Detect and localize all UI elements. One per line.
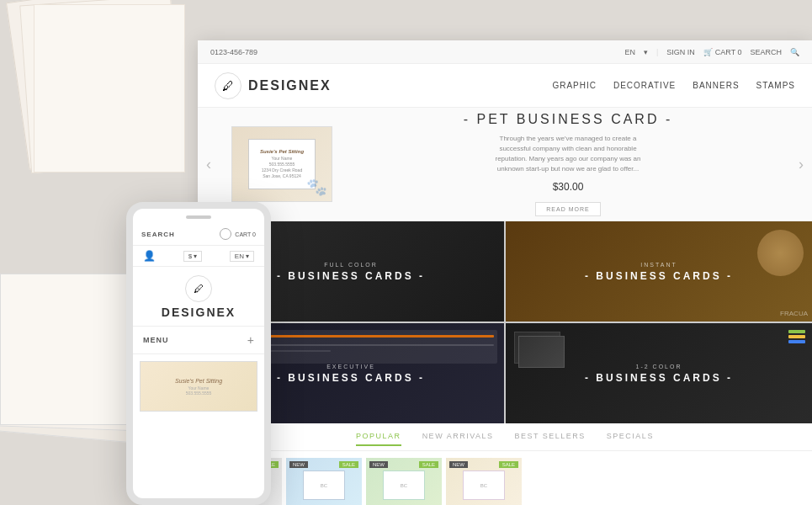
- hero-content: Susie's Pet Sitting Your Name503.555.555…: [198, 112, 812, 216]
- logo-text: DESIGNEX: [248, 78, 332, 93]
- card-subtitle-4: 1-2 COLOR: [636, 364, 682, 369]
- pet-icon: 🐾: [306, 177, 327, 197]
- tab-specials[interactable]: SPECIALS: [607, 432, 654, 446]
- nav-links: GRAPHIC DECORATIVE BANNERS STAMPS: [552, 81, 795, 90]
- main-nav: 🖊 DESIGNEX GRAPHIC DECORATIVE BANNERS ST…: [198, 64, 812, 108]
- card-subtitle-1: FULL COLOR: [324, 262, 378, 268]
- phone-account-row: 👤 $ ▾ EN ▾: [133, 246, 264, 267]
- hero-image: Susie's Pet Sitting Your Name503.555.555…: [231, 126, 332, 202]
- phone-lang[interactable]: EN ▾: [230, 251, 254, 262]
- lang-arrow: ▾: [644, 48, 648, 56]
- paper-deco: [34, 4, 185, 173]
- phone-menu-row[interactable]: MENU +: [133, 327, 264, 354]
- tab-best-sellers[interactable]: BEST SELLERS: [514, 432, 585, 446]
- product-new-badge-2: NEW: [289, 461, 308, 468]
- product-card-preview-2: BC: [303, 470, 345, 500]
- phone-card-content: Susie's Pet Sitting Your Name503.555.555…: [175, 378, 222, 396]
- card-subtitle-2: INSTANT: [640, 262, 677, 268]
- divider: |: [656, 48, 658, 56]
- utility-bar-right: EN ▾ | SIGN IN 🛒 CART 0 SEARCH 🔍: [624, 48, 799, 56]
- product-card-preview-4: BC: [463, 470, 505, 500]
- phone-currency[interactable]: $ ▾: [183, 251, 202, 262]
- phone-currency-arrow: ▾: [194, 252, 197, 260]
- product-thumb-img-3: BC NEW SALE: [366, 458, 442, 505]
- sign-in-link[interactable]: SIGN IN: [666, 48, 695, 56]
- tab-popular[interactable]: POPULAR: [356, 432, 401, 446]
- product-thumb-img-4: BC NEW SALE: [446, 458, 522, 505]
- phone-lang-value: EN: [235, 252, 244, 260]
- phone-menu-label: MENU: [143, 336, 169, 344]
- card-title-4: - BUSINESS CARDS -: [585, 372, 733, 384]
- product-card-1-2-color[interactable]: 1-2 COLOR - BUSINESS CARDS -: [506, 323, 812, 423]
- phone-top-bar: SEARCH CART 0: [133, 223, 264, 246]
- product-item-3[interactable]: BC NEW SALE: [366, 458, 442, 505]
- product-sale-badge-3: SALE: [419, 461, 438, 468]
- phone-cart-label[interactable]: CART 0: [235, 231, 256, 237]
- hero-slider: ‹ Susie's Pet Sitting Your Name503.555.5…: [198, 108, 812, 221]
- website-panel: 0123-456-789 EN ▾ | SIGN IN 🛒 CART 0 SEA…: [198, 40, 812, 505]
- phone-card-preview: Susie's Pet Sitting Your Name503.555.555…: [133, 354, 264, 418]
- hero-card-info: Your Name503.555.55551234 Dry Creek Road…: [262, 156, 302, 179]
- phone-mockup: SEARCH CART 0 👤 $ ▾ EN ▾ 🖊 DESIGNEX MENU…: [126, 202, 271, 505]
- phone-user-icon[interactable]: 👤: [143, 250, 156, 262]
- card-subtitle-3: EXECUTIVE: [326, 364, 375, 369]
- logo-area[interactable]: 🖊 DESIGNEX: [215, 72, 332, 99]
- phone-number: 0123-456-789: [210, 48, 257, 56]
- card-title-2: - BUSINESS CARDS -: [585, 270, 733, 282]
- hero-price: $30.00: [358, 181, 778, 193]
- nav-graphic[interactable]: GRAPHIC: [552, 81, 597, 90]
- product-new-badge-3: NEW: [369, 461, 388, 468]
- hero-next-button[interactable]: ›: [799, 156, 804, 173]
- phone-logo-icon-symbol: 🖊: [194, 283, 204, 295]
- product-sale-badge-4: SALE: [499, 461, 518, 468]
- cart-bag-icon: 🛒: [703, 48, 713, 56]
- search-label[interactable]: SEARCH: [750, 48, 782, 56]
- hero-description: Through the years we've managed to creat…: [484, 134, 652, 174]
- cart-label: CART 0: [715, 48, 742, 56]
- hero-card-name: Susie's Pet Sitting: [260, 149, 304, 154]
- hero-card-preview: Susie's Pet Sitting Your Name503.555.555…: [248, 139, 316, 189]
- utility-bar-left: 0123-456-789: [210, 48, 257, 56]
- phone-search-label[interactable]: SEARCH: [141, 231, 175, 238]
- tab-new-arrivals[interactable]: NEW ARRIVALS: [422, 432, 494, 446]
- phone-logo-area: 🖊 DESIGNEX: [133, 267, 264, 327]
- logo-icon: 🖊: [215, 72, 241, 99]
- product-thumb-img-2: BC NEW SALE: [286, 458, 362, 505]
- product-item-2[interactable]: BC NEW SALE: [286, 458, 362, 505]
- utility-bar: 0123-456-789 EN ▾ | SIGN IN 🛒 CART 0 SEA…: [198, 40, 812, 64]
- card-overlay-2: INSTANT - BUSINESS CARDS -: [506, 221, 812, 322]
- hero-text: - PET BUSINESS CARD - Through the years …: [358, 112, 778, 216]
- phone-lang-arrow: ▾: [246, 252, 249, 260]
- phone-card-business-name: Susie's Pet Sitting: [175, 378, 222, 384]
- product-card-instant[interactable]: FRACUA INSTANT - BUSINESS CARDS -: [506, 221, 812, 322]
- hero-title: - PET BUSINESS CARD -: [358, 112, 778, 127]
- nav-decorative[interactable]: DECORATIVE: [613, 81, 676, 90]
- phone-card-detail: Your Name503.555.5555: [175, 385, 222, 396]
- phone-logo-text: DESIGNEX: [162, 306, 236, 319]
- phone-search-cart-row: CART 0: [220, 228, 256, 240]
- phone-card-img: Susie's Pet Sitting Your Name503.555.555…: [140, 361, 257, 412]
- card-overlay-4: 1-2 COLOR - BUSINESS CARDS -: [506, 323, 812, 423]
- nav-banners[interactable]: BANNERS: [693, 81, 739, 90]
- search-icon[interactable]: 🔍: [790, 48, 799, 56]
- phone-speaker: [186, 215, 211, 219]
- logo-symbol: 🖊: [222, 79, 234, 93]
- products-row: BC NEW SALE BC NEW SALE BC NEW: [198, 451, 812, 505]
- product-new-badge-4: NEW: [449, 461, 468, 468]
- product-sale-badge-2: SALE: [339, 461, 358, 468]
- cart-icon-group[interactable]: 🛒 CART 0: [703, 48, 742, 56]
- card-title-3: - BUSINESS CARDS -: [277, 372, 425, 384]
- nav-stamps[interactable]: STAMPS: [756, 81, 795, 90]
- phone-logo-icon[interactable]: 🖊: [185, 275, 212, 302]
- product-item-4[interactable]: BC NEW SALE: [446, 458, 522, 505]
- phone-menu-plus-icon[interactable]: +: [247, 333, 254, 347]
- phone-search-icon[interactable]: [220, 228, 231, 240]
- product-category-grid: UM FULL COLOR - BUSINESS CARDS - FRACUA …: [198, 221, 812, 423]
- product-card-preview-3: BC: [383, 470, 425, 500]
- phone-currency-value: $: [188, 252, 192, 260]
- hero-read-more-button[interactable]: READ MORE: [535, 202, 600, 216]
- lang-select[interactable]: EN: [624, 48, 635, 56]
- card-title-1: - BUSINESS CARDS -: [277, 270, 425, 282]
- tabs-section: POPULAR NEW ARRIVALS BEST SELLERS SPECIA…: [198, 423, 812, 451]
- hero-prev-button[interactable]: ‹: [206, 156, 211, 173]
